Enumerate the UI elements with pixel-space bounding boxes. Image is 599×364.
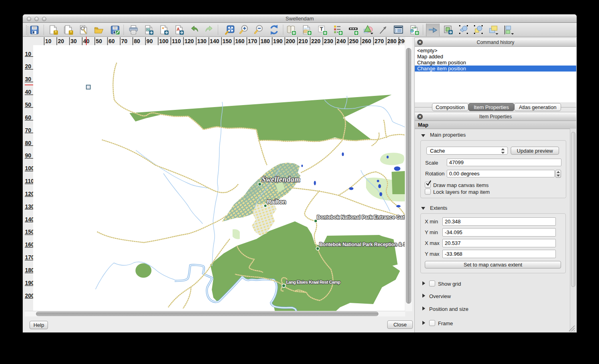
svg-text:290: 290 [398,38,405,44]
svg-text:10: 10 [25,51,32,57]
svg-text:270: 270 [374,38,384,44]
svg-text:20: 20 [25,63,32,70]
svg-text:90: 90 [147,38,153,44]
svg-text:100: 100 [159,38,169,44]
svg-text:T: T [320,26,323,32]
svg-text:70: 70 [25,127,32,133]
svg-text:160: 160 [235,38,245,44]
svg-text:30: 30 [25,76,32,82]
svg-text:Bontebok National Park Entranc: Bontebok National Park Entrance Gate [317,215,405,220]
svg-text:120: 120 [25,191,34,197]
svg-text:100: 100 [25,165,34,171]
svg-text:60: 60 [109,38,115,44]
svg-text:Bontebok National Park Recepti: Bontebok National Park Reception & S [319,242,405,247]
svg-text:120: 120 [185,38,194,44]
svg-text:130: 130 [197,38,207,44]
svg-text:90: 90 [25,152,32,159]
svg-text:80: 80 [134,38,140,44]
svg-text:170: 170 [25,254,34,261]
svg-text:Railton: Railton [267,198,286,205]
svg-text:220: 220 [311,38,321,44]
svg-text:50: 50 [25,101,32,108]
svg-text:250: 250 [349,38,359,44]
svg-text:260: 260 [362,38,372,44]
svg-text:170: 170 [248,38,257,44]
svg-text:210: 210 [299,38,308,44]
svg-text:40: 40 [25,89,32,95]
svg-text:200: 200 [25,292,34,299]
svg-text:10: 10 [45,38,52,44]
svg-text:110: 110 [172,38,181,44]
svg-text:60: 60 [25,114,32,121]
svg-text:280: 280 [387,38,397,44]
svg-text:200: 200 [286,38,295,44]
svg-text:Swellendam: Swellendam [262,175,300,183]
svg-text:70: 70 [121,38,127,44]
svg-text:130: 130 [25,203,34,210]
svg-text:150: 150 [25,229,34,235]
svg-text:110: 110 [25,178,34,184]
svg-text:20: 20 [58,38,64,44]
svg-text:150: 150 [223,38,232,44]
svg-text:140: 140 [25,216,34,223]
svg-text:50: 50 [96,38,102,44]
svg-text:140: 140 [210,38,219,44]
svg-text:*: * [55,30,57,36]
svg-text:A: A [177,27,180,32]
svg-text:240: 240 [336,38,346,44]
svg-text:*: * [70,30,72,36]
svg-text:190: 190 [273,38,283,44]
svg-text:30: 30 [70,38,77,44]
svg-text:180: 180 [25,267,34,273]
svg-text:Lang Elsies Kraal Rest Camp: Lang Elsies Kraal Rest Camp [286,280,340,284]
svg-text:230: 230 [324,38,333,44]
svg-text:180: 180 [261,38,270,44]
svg-text:160: 160 [25,241,34,248]
svg-text:80: 80 [25,140,32,146]
svg-text:190: 190 [25,280,34,286]
